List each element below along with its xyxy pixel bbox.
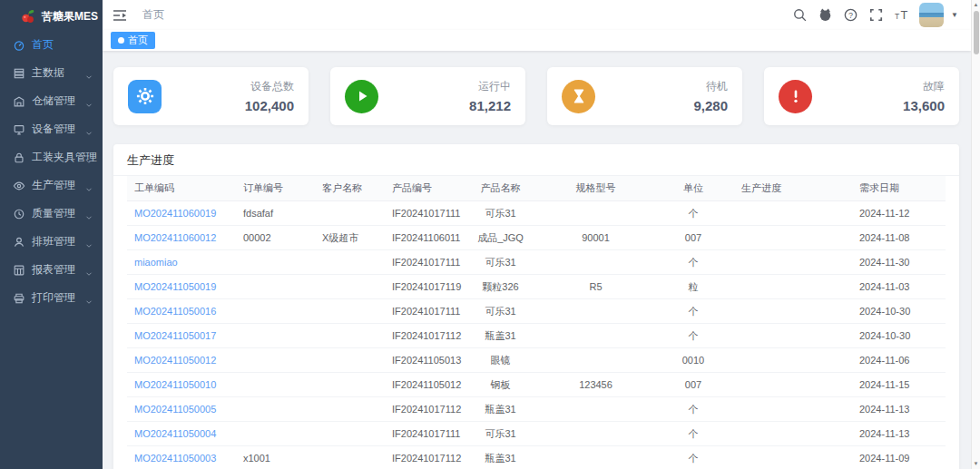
product-code-cell: IF20241017112 [385, 330, 462, 341]
app-title: 苦糖果MES [42, 9, 98, 24]
table-row[interactable]: MO202411050005 IF20241017112 瓶盖31 个 0% 2… [127, 397, 946, 422]
product-code-cell: IF20241017111 [385, 208, 462, 219]
chevron-down-icon [84, 153, 93, 162]
due-date-cell: 2024-11-15 [852, 379, 946, 390]
column-header: 产品名称 [462, 181, 539, 195]
top-header: 首页 ?TT ▼ [103, 0, 971, 30]
page-scrollbar[interactable]: ▲ ▼ [971, 0, 980, 469]
unit-cell: 个 [652, 305, 734, 318]
due-date-cell: 2024-11-06 [852, 355, 946, 366]
unit-cell: 个 [652, 403, 734, 416]
caret-down-icon[interactable]: ▼ [951, 11, 958, 19]
font-size-icon[interactable]: TT [894, 7, 909, 23]
sidebar-item-print[interactable]: 打印管理 [0, 284, 103, 312]
product-code-cell: IF20241105013 [385, 355, 462, 366]
work-order-link[interactable]: MO202411050017 [127, 330, 236, 341]
sidebar-item-fixture[interactable]: 工装夹具管理 [0, 143, 103, 171]
product-code-cell: IF20241017119 [385, 281, 462, 292]
sidebar-item-equipment[interactable]: 设备管理 [0, 115, 103, 143]
table-row[interactable]: MO202411060019 fdsafaf IF20241017111 可乐3… [127, 201, 946, 226]
column-header: 工单编码 [127, 181, 236, 195]
svg-text:T: T [901, 8, 908, 22]
work-order-link[interactable]: MO202411050019 [127, 281, 236, 292]
product-name-cell: 可乐31 [462, 256, 539, 269]
stat-card[interactable]: 待机 9,280 [547, 67, 742, 125]
chevron-down-icon [84, 266, 93, 275]
table-row[interactable]: miaomiao IF20241017111 可乐31 个 0% 2024-11… [127, 250, 946, 275]
sidebar-item-home[interactable]: 首页 [0, 31, 103, 59]
table-row[interactable]: MO202411050019 IF20241017119 颗粒326 R5 粒 … [127, 275, 946, 299]
work-order-link[interactable]: MO202411050012 [127, 355, 236, 366]
warning-icon [779, 80, 812, 113]
scroll-down-icon[interactable]: ▼ [972, 461, 980, 466]
table-row[interactable]: MO202411060012 00002 X级超市 IF20241106011 … [127, 226, 946, 250]
work-order-link[interactable]: MO202411060012 [127, 232, 236, 243]
sidebar-item-warehouse[interactable]: 仓储管理 [0, 87, 103, 115]
sidebar: 苦糖果MES 首页 主数据 仓储管理 设备管理 工装夹具管理 [0, 0, 103, 469]
work-order-link[interactable]: MO202411050010 [127, 379, 236, 390]
github-icon[interactable] [818, 7, 833, 23]
database-icon [13, 67, 25, 80]
sidebar-item-scheduling[interactable]: 排班管理 [0, 228, 103, 256]
clock-icon [13, 208, 25, 220]
column-header: 规格型号 [539, 181, 652, 195]
tags-bar: 首页 [103, 30, 971, 51]
scroll-up-icon[interactable]: ▲ [972, 2, 980, 7]
product-code-cell: IF20241017112 [385, 453, 462, 464]
work-order-link[interactable]: miaomiao [127, 257, 236, 268]
sidebar-item-quality[interactable]: 质量管理 [0, 200, 103, 228]
svg-text:?: ? [848, 11, 853, 20]
product-code-cell: IF20241106011 [385, 232, 462, 243]
column-header: 单位 [652, 181, 734, 195]
spec-cell: R5 [539, 281, 652, 292]
customer-cell: X级超市 [315, 231, 385, 245]
work-order-link[interactable]: MO202411050005 [127, 404, 236, 415]
breadcrumb: 首页 [142, 7, 164, 23]
stat-card[interactable]: 设备总数 102,400 [113, 67, 309, 125]
stat-card[interactable]: 故障 13,600 [764, 67, 959, 125]
column-header: 客户名称 [315, 181, 385, 195]
progress-cell: 0% [734, 281, 852, 292]
chevron-down-icon [84, 238, 93, 247]
search-icon[interactable] [792, 7, 808, 23]
progress-cell: 0% [734, 306, 852, 317]
chevron-down-icon [84, 69, 93, 78]
progress-cell: 0% [734, 232, 852, 243]
table-row[interactable]: MO202411050010 IF20241105012 钢板 123456 0… [127, 373, 946, 397]
chevron-down-icon [84, 294, 93, 303]
table-row[interactable]: MO202411050003 x1001 IF20241017112 瓶盖31 … [127, 446, 946, 469]
product-name-cell: 瓶盖31 [462, 452, 539, 465]
equipment-icon [13, 123, 25, 136]
work-order-link[interactable]: MO202411050003 [127, 453, 236, 464]
sidebar-collapse-icon[interactable] [112, 7, 128, 24]
product-name-cell: 瓶盖31 [462, 403, 539, 416]
fullscreen-icon[interactable] [868, 7, 884, 23]
stat-label: 故障 [903, 79, 945, 94]
sidebar-item-report[interactable]: 报表管理 [0, 256, 103, 284]
table-row[interactable]: MO202411050017 IF20241017112 瓶盖31 个 0% 2… [127, 324, 946, 348]
table-row[interactable]: MO202411050004 IF20241017111 可乐31 个 0% 2… [127, 422, 946, 446]
table-row[interactable]: MO202411050012 IF20241105013 眼镜 0010 0% … [127, 348, 946, 373]
work-order-link[interactable]: MO202411050016 [127, 306, 236, 317]
product-name-cell: 可乐31 [462, 207, 539, 220]
sidebar-item-masterdata[interactable]: 主数据 [0, 59, 103, 87]
tag-home[interactable]: 首页 [111, 32, 155, 49]
progress-cell: 0% [734, 428, 852, 439]
stat-value: 102,400 [245, 98, 294, 113]
unit-cell: 个 [652, 427, 734, 441]
scrollbar-thumb[interactable] [974, 11, 979, 54]
work-order-link[interactable]: MO202411050004 [127, 428, 236, 439]
page-content: 设备总数 102,400 运行中 81,212 待机 9,280 故障 13,6… [103, 51, 971, 469]
question-icon[interactable]: ? [843, 7, 858, 23]
svg-text:T: T [895, 12, 899, 21]
stat-card[interactable]: 运行中 81,212 [330, 67, 525, 125]
progress-cell: 0% [734, 330, 852, 341]
production-table: 工单编码订单编号客户名称产品编号产品名称规格型号单位生产进度需求日期 MO202… [113, 176, 959, 469]
table-row[interactable]: MO202411050016 IF20241017111 可乐31 个 0% 2… [127, 299, 946, 324]
sidebar-item-production[interactable]: 生产管理 [0, 171, 103, 200]
user-avatar[interactable] [919, 3, 944, 27]
work-order-link[interactable]: MO202411060019 [127, 208, 236, 219]
product-code-cell: IF20241017111 [385, 428, 462, 439]
lock-icon [13, 151, 25, 164]
due-date-cell: 2024-11-12 [852, 208, 946, 219]
